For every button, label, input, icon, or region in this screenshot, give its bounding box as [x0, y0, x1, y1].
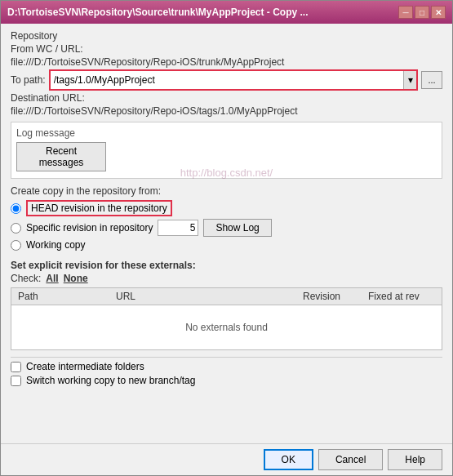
- repository-label: Repository: [11, 30, 442, 42]
- browse-button[interactable]: ...: [421, 71, 442, 89]
- destination-url-value-row: file:///D:/TortoiseSVN/Repository/Repo-i…: [11, 105, 442, 117]
- col-revision: Revision: [300, 290, 365, 303]
- externals-header: Set explicit revision for these external…: [11, 260, 442, 271]
- destination-url-row: Destination URL:: [11, 92, 442, 104]
- cancel-button[interactable]: Cancel: [318, 449, 383, 470]
- check-row: Check: All None: [11, 273, 442, 284]
- no-externals-message: No externals found: [11, 305, 442, 349]
- dialog-content: Repository From WC / URL: file:///D:/Tor…: [1, 24, 452, 443]
- recent-messages-button[interactable]: Recent messages: [16, 142, 106, 171]
- from-wc-value: file:///D:/TortoiseSVN/Repository/Repo-i…: [11, 56, 284, 68]
- from-wc-label: From WC / URL:: [11, 43, 83, 55]
- create-intermediate-row: Create intermediate folders: [11, 361, 442, 372]
- minimize-button[interactable]: ─: [398, 6, 413, 19]
- titlebar-buttons: ─ □ ✕: [398, 6, 446, 19]
- to-path-dropdown-button[interactable]: ▾: [403, 71, 416, 89]
- switch-working-copy-checkbox[interactable]: [11, 376, 21, 386]
- to-path-input-wrapper: ▾: [49, 69, 418, 91]
- head-revision-row: HEAD revision in the repository: [11, 200, 442, 216]
- show-log-button[interactable]: Show Log: [203, 219, 271, 237]
- col-fixed-at-rev: Fixed at rev: [365, 290, 438, 303]
- check-label: Check:: [11, 273, 41, 284]
- maximize-button[interactable]: □: [415, 6, 429, 19]
- specific-revision-radio[interactable]: [11, 223, 21, 234]
- close-button[interactable]: ✕: [431, 6, 446, 19]
- titlebar: D:\TortoiseSVN\Repository\Source\trunk\M…: [1, 1, 452, 24]
- head-revision-label-wrapper: HEAD revision in the repository: [26, 200, 172, 216]
- table-header: Path URL Revision Fixed at rev: [11, 288, 442, 305]
- create-intermediate-checkbox[interactable]: [11, 362, 21, 372]
- copy-from-section: Create copy in the repository from: HEAD…: [11, 185, 442, 253]
- from-wc-value-row: file:///D:/TortoiseSVN/Repository/Repo-i…: [11, 56, 442, 68]
- externals-section: Set explicit revision for these external…: [11, 260, 442, 350]
- specific-revision-row: Specific revision in repository Show Log: [11, 219, 442, 237]
- externals-table: Path URL Revision Fixed at rev No extern…: [11, 287, 442, 350]
- working-copy-row: Working copy: [11, 239, 442, 251]
- col-url: URL: [113, 290, 300, 303]
- switch-working-copy-row: Switch working copy to new branch/tag: [11, 375, 442, 386]
- log-message-section: Log message Recent messages http://blog.…: [11, 122, 442, 179]
- none-link[interactable]: None: [64, 273, 88, 284]
- revision-number-input[interactable]: [158, 220, 198, 236]
- watermark-text: http://blog.csdn.net/: [180, 167, 273, 179]
- specific-revision-label: Specific revision in repository: [26, 222, 153, 234]
- to-path-input[interactable]: [51, 71, 403, 89]
- all-link[interactable]: All: [46, 273, 58, 284]
- footer-buttons: OK Cancel Help: [1, 443, 452, 475]
- head-revision-label: HEAD revision in the repository: [31, 202, 167, 214]
- copy-from-label: Create copy in the repository from:: [11, 185, 442, 197]
- from-wc-row: From WC / URL:: [11, 43, 442, 55]
- working-copy-radio[interactable]: [11, 240, 21, 251]
- col-path: Path: [15, 290, 113, 303]
- head-revision-radio[interactable]: [11, 203, 21, 214]
- switch-working-copy-label: Switch working copy to new branch/tag: [26, 375, 195, 386]
- main-window: D:\TortoiseSVN\Repository\Source\trunk\M…: [0, 0, 453, 476]
- window-title: D:\TortoiseSVN\Repository\Source\trunk\M…: [7, 7, 398, 18]
- ok-button[interactable]: OK: [264, 449, 313, 470]
- create-intermediate-label: Create intermediate folders: [26, 361, 144, 372]
- working-copy-label: Working copy: [26, 239, 85, 251]
- to-path-row: To path: ▾ ...: [11, 69, 442, 91]
- externals-header-text: Set explicit revision for these external…: [11, 260, 196, 271]
- watermark-area: http://blog.csdn.net/: [16, 171, 437, 173]
- to-path-label: To path:: [11, 74, 46, 86]
- bottom-checkboxes: Create intermediate folders Switch worki…: [11, 357, 442, 389]
- destination-url-label: Destination URL:: [11, 92, 85, 104]
- log-message-label: Log message: [16, 127, 437, 139]
- repository-section: Repository From WC / URL: file:///D:/Tor…: [11, 30, 442, 118]
- help-button[interactable]: Help: [388, 449, 442, 470]
- destination-url-value: file:///D:/TortoiseSVN/Repository/Repo-i…: [11, 105, 297, 117]
